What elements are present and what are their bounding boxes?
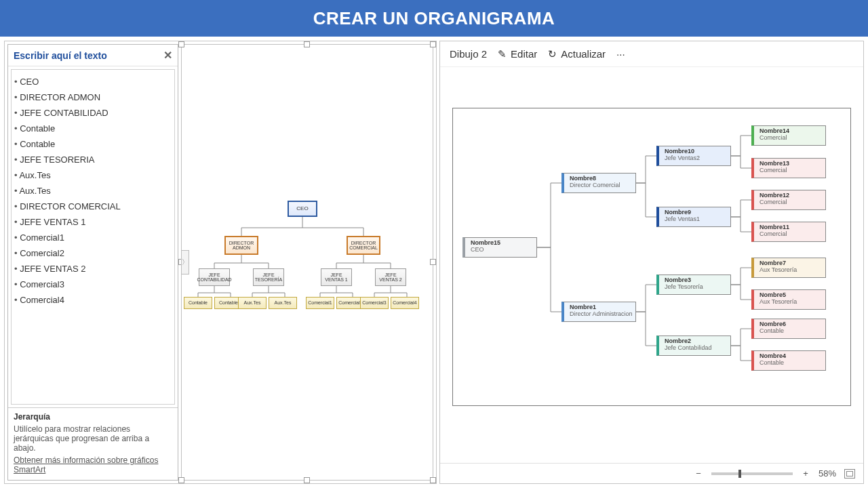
card-comercial[interactable]: Nombre14Comercial [751, 125, 826, 146]
more-menu[interactable]: ··· [616, 48, 625, 60]
org-diagram-frame: Nombre15CEO Nombre8Director Comercial No… [452, 108, 851, 406]
node-jefe-ventas1[interactable]: JEFE VENTAS 1 [321, 268, 352, 286]
zoom-in-button[interactable]: + [801, 468, 810, 479]
node-ceo[interactable]: CEO [288, 201, 317, 217]
outline-item[interactable]: Comercial1 [14, 230, 172, 245]
card-dir-admin[interactable]: Nombre1Director Administracion [561, 302, 636, 322]
drawing-canvas[interactable]: Nombre15CEO Nombre8Director Comercial No… [440, 67, 863, 463]
node-leaf[interactable]: Comercial4 [391, 297, 419, 309]
card-jefe-tesoreria[interactable]: Nombre3Jefe Tesorería [656, 274, 731, 295]
node-leaf[interactable]: Aux.Tes [269, 297, 297, 309]
refresh-icon: ↻ [548, 48, 557, 60]
outline-item[interactable]: Comercial2 [14, 245, 172, 261]
card-ceo[interactable]: Nombre15CEO [462, 237, 537, 258]
resize-handle[interactable] [304, 477, 310, 483]
node-leaf[interactable]: Aux.Tes [238, 297, 267, 309]
outline-item[interactable]: Aux.Tes [14, 183, 172, 199]
card-jefe-contabilidad[interactable]: Nombre2Jefe Contabilidad [656, 336, 731, 356]
outline-item[interactable]: JEFE VENTAS 1 [14, 214, 172, 230]
node-jefe-ventas2[interactable]: JEFE VENTAS 2 [375, 268, 406, 286]
fit-to-window-icon[interactable] [844, 469, 855, 479]
text-panel-heading: Escribir aquí el texto [14, 50, 107, 61]
layout-desc: Utilícelo para mostrar relaciones jerárq… [14, 424, 172, 453]
left-pane: Escribir aquí el texto ✕ CEODIRECTOR ADM… [4, 41, 437, 484]
edit-button[interactable]: ✎ Editar [498, 48, 537, 60]
text-pane-toggle[interactable]: 〉 [181, 250, 189, 274]
resize-handle[interactable] [430, 259, 436, 265]
zoom-out-button[interactable]: − [694, 468, 703, 479]
card-comercial[interactable]: Nombre11Comercial [751, 222, 826, 242]
text-panel-list[interactable]: CEODIRECTOR ADMONJEFE CONTABILIDADContab… [11, 69, 175, 405]
resize-handle[interactable] [430, 477, 436, 483]
resize-handle[interactable] [304, 41, 310, 47]
outline-item[interactable]: Comercial4 [14, 292, 172, 308]
card-jefe-ventas1[interactable]: Nombre9Jefe Ventas1 [656, 207, 731, 227]
outline-item[interactable]: JEFE CONTABILIDAD [14, 105, 172, 121]
outline-item[interactable]: CEO [14, 74, 172, 89]
outline-item[interactable]: Contable [14, 121, 172, 136]
outline-item[interactable]: Comercial3 [14, 277, 172, 292]
drawing-toolbar: Dibujo 2 ✎ Editar ↻ Actualizar ··· [440, 41, 863, 67]
card-dir-comercial[interactable]: Nombre8Director Comercial [561, 173, 636, 193]
outline-item[interactable]: Aux.Tes [14, 167, 172, 183]
resize-handle[interactable] [178, 41, 184, 47]
close-icon[interactable]: ✕ [163, 49, 172, 62]
node-director-comercial[interactable]: DIRECTOR COMERCIAL [347, 236, 380, 255]
node-jefe-contabilidad[interactable]: JEFE CONTABILIDAD [199, 268, 230, 286]
pencil-icon: ✎ [498, 48, 507, 60]
zoom-bar: − + 58% [440, 463, 863, 483]
card-contable[interactable]: Nombre6Contable [751, 319, 826, 339]
page-title: CREAR UN ORGANIGRAMA [313, 8, 555, 29]
resize-handle[interactable] [178, 477, 184, 483]
smartart-learn-more-link[interactable]: Obtener más información sobre gráficos S… [14, 455, 172, 474]
node-leaf[interactable]: Comercial1 [306, 297, 334, 309]
outline-item[interactable]: Contable [14, 136, 172, 152]
node-director-admon[interactable]: DIRECTOR ADMON [224, 236, 258, 255]
node-leaf[interactable]: Contable [184, 297, 212, 309]
node-jefe-tesoreria[interactable]: JEFE TESORERÍA [253, 268, 284, 286]
card-comercial[interactable]: Nombre13Comercial [751, 158, 826, 178]
outline-item[interactable]: JEFE VENTAS 2 [14, 261, 172, 277]
zoom-value: 58% [818, 468, 836, 479]
card-aux-tesoreria[interactable]: Nombre7Aux Tesorería [751, 258, 826, 278]
drawing-name: Dibujo 2 [450, 48, 487, 60]
outline-item[interactable]: JEFE TESORERIA [14, 152, 172, 167]
card-contable[interactable]: Nombre4Contable [751, 350, 826, 371]
right-pane: Dibujo 2 ✎ Editar ↻ Actualizar ··· [439, 41, 864, 484]
layout-name: Jerarquía [14, 412, 172, 422]
card-comercial[interactable]: Nombre12Comercial [751, 190, 826, 210]
card-jefe-ventas2[interactable]: Nombre10Jefe Ventas2 [656, 146, 731, 166]
page-title-bar: CREAR UN ORGANIGRAMA [0, 0, 868, 37]
smartart-text-panel: Escribir aquí el texto ✕ CEODIRECTOR ADM… [7, 44, 178, 481]
text-panel-footer: Jerarquía Utilícelo para mostrar relacio… [8, 407, 178, 480]
smartart-canvas[interactable]: 〉 [181, 44, 433, 481]
card-aux-tesoreria[interactable]: Nombre5Aux Tesorería [751, 289, 826, 310]
refresh-button[interactable]: ↻ Actualizar [548, 48, 606, 60]
zoom-slider[interactable] [711, 472, 793, 475]
resize-handle[interactable] [430, 41, 436, 47]
outline-item[interactable]: DIRECTOR ADMON [14, 89, 172, 105]
node-leaf[interactable]: Comercial3 [360, 297, 389, 309]
outline-item[interactable]: DIRECTOR COMERCIAL [14, 199, 172, 214]
